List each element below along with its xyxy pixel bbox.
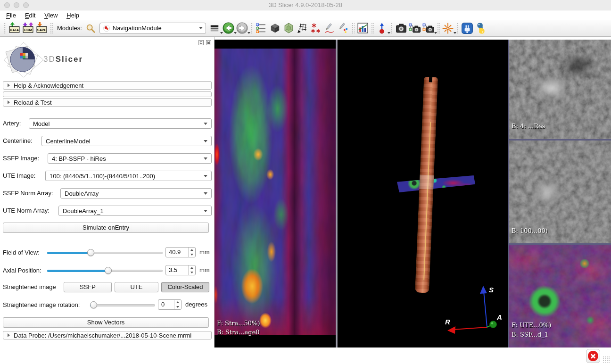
ute-norm-array-combobox[interactable]: DoubleArray_1 (58, 206, 212, 216)
data-probe-label: Data Probe: /Users/michaelschumaker/...2… (14, 332, 191, 339)
markups-icon[interactable] (310, 22, 322, 34)
help-acknowledgement-collapsible[interactable]: Help & Acknowledgement (3, 81, 212, 90)
ssfp-norm-array-combobox[interactable]: DoubleArray (60, 188, 212, 199)
transforms-icon[interactable] (296, 22, 309, 34)
slicer-logo: 3DSlicer (2, 41, 96, 78)
slider-handle[interactable] (87, 249, 94, 256)
chevron-down-icon (204, 140, 207, 142)
crosshair-icon[interactable] (442, 22, 454, 34)
help-acknowledgement-label: Help & Acknowledgement (14, 82, 83, 89)
toolbar-grip[interactable] (3, 23, 6, 34)
window-title: 3D Slicer 4.9.0-2018-05-28 (0, 1, 611, 8)
navigation-module-icon (103, 25, 110, 32)
ute-button[interactable]: UTE (115, 282, 158, 292)
window-resize-grip[interactable] (603, 356, 610, 363)
scene-view-capture-icon[interactable] (409, 22, 421, 34)
axial-position-spinbox[interactable]: 3.5 (165, 265, 196, 275)
slider-handle[interactable] (90, 301, 97, 308)
toolbar-grip[interactable] (456, 23, 459, 34)
menu-file[interactable]: File (4, 11, 18, 19)
foreground-layer-label: F: Stra...50%) (217, 320, 260, 327)
module-history-icon[interactable] (208, 22, 221, 34)
screenshot-icon[interactable] (395, 22, 408, 34)
field-of-view-spinbox[interactable]: 40.9 (165, 247, 196, 257)
ssfp-button[interactable]: SSFP (64, 282, 112, 292)
spin-up-button[interactable] (174, 300, 181, 305)
module-forward-icon[interactable] (236, 22, 248, 34)
modules-label: Modules: (57, 25, 82, 32)
spin-down-button[interactable] (189, 270, 195, 275)
toolbar-grip[interactable] (50, 23, 53, 34)
ssfp-image-combobox[interactable]: 4: BP-SSFP - hiRes (48, 153, 212, 164)
show-vectors-button[interactable]: Show Vectors (3, 317, 209, 328)
axial-position-unit: mm (199, 265, 210, 275)
field-of-view-unit: mm (199, 247, 210, 257)
menu-help[interactable]: Help (64, 11, 82, 19)
menu-view[interactable]: View (42, 11, 60, 19)
toolbar-grip[interactable] (390, 23, 393, 34)
ute-image-combobox[interactable]: 100: (8440/5/1..100)-(8440/5/101..200) (45, 171, 212, 181)
toolbar-grip[interactable] (352, 23, 355, 34)
toolbar-grip[interactable] (250, 23, 253, 34)
artery-combobox[interactable]: Model (29, 118, 212, 129)
ssfp-norm-array-row: SSFP Norm Array: DoubleArray (3, 188, 212, 199)
spin-down-button[interactable] (174, 305, 181, 309)
module-back-icon[interactable] (222, 22, 235, 34)
volumes-icon[interactable] (269, 22, 281, 34)
menu-bar: File Edit View Help (0, 10, 611, 20)
straightened-image-label: Straightened image (3, 282, 56, 292)
slicer-window: 3D Slicer 4.9.0-2018-05-28 File Edit Vie… (0, 0, 611, 364)
ute-image-label: UTE Image: (3, 171, 35, 181)
side-slice-view-yellow[interactable]: B: 100...00) (509, 141, 611, 243)
spin-up-button[interactable] (189, 265, 195, 270)
undock-icon (200, 41, 202, 44)
models-icon[interactable] (282, 22, 295, 34)
side-slice-view-green[interactable]: F: UTE...0%) B: SSF...d_1 (509, 245, 611, 347)
load-data-icon[interactable]: DATA (8, 22, 21, 34)
panel-close-button[interactable] (206, 40, 211, 45)
toolbar-grip[interactable] (371, 23, 374, 34)
straightened-rotation-slider[interactable] (90, 300, 155, 310)
chevron-down-icon (204, 175, 207, 177)
panel-undock-button[interactable] (198, 40, 204, 45)
dicom-icon[interactable]: DCM (22, 22, 34, 34)
module-selector-combobox[interactable]: NavigationModule (99, 23, 206, 34)
toolbar-grip[interactable] (437, 23, 440, 34)
annotations-pencil-icon[interactable] (323, 22, 336, 34)
extensions-icon[interactable] (461, 22, 474, 34)
svg-text:SAVE: SAVE (37, 28, 46, 32)
side-middle-label: B: 100...00) (512, 227, 548, 234)
charts-icon[interactable] (356, 22, 369, 34)
straightened-slice-view[interactable]: F: Stra...50%) B: Stra...age0 (215, 40, 336, 347)
menu-edit[interactable]: Edit (23, 11, 38, 19)
spin-up-button[interactable] (189, 248, 195, 252)
field-of-view-slider[interactable] (47, 248, 163, 257)
threed-view[interactable]: S R A (338, 40, 508, 347)
axial-position-slider[interactable] (47, 266, 163, 275)
module-search-icon[interactable] (84, 22, 97, 34)
scene-view-restore-icon[interactable] (422, 22, 435, 34)
chevron-down-icon (454, 32, 456, 34)
place-fiducial-icon[interactable] (376, 22, 388, 34)
annotations-color-icon[interactable] (337, 22, 350, 34)
straightened-rotation-spinbox[interactable]: 0 (158, 299, 182, 310)
status-bar (0, 347, 611, 364)
simulate-onentry-button[interactable]: Simulate onEntry (3, 223, 209, 233)
slider-handle[interactable] (105, 267, 112, 274)
straightened-heatmap-image (215, 49, 336, 335)
color-scaled-button[interactable]: Color-Scaled (161, 282, 209, 292)
spin-down-button[interactable] (189, 252, 195, 257)
error-log-button[interactable] (586, 349, 600, 363)
save-icon[interactable]: SAVE (35, 22, 48, 34)
centerline-label: Centerline: (3, 136, 33, 146)
centerline-combobox[interactable]: CenterlineModel (41, 136, 212, 146)
field-of-view-row: Field of View: 40.9 mm (3, 247, 212, 258)
data-probe-collapsible[interactable]: Data Probe: /Users/michaelschumaker/...2… (3, 331, 212, 339)
axial-position-row: Axial Position: 3.5 mm (3, 265, 212, 276)
reload-test-collapsible[interactable]: Reload & Test (3, 98, 212, 107)
layout-icon[interactable] (255, 22, 268, 34)
side-slice-view-red[interactable]: B: 4: ...Res (509, 40, 611, 139)
ssfp-norm-array-label: SSFP Norm Array: (3, 188, 53, 199)
straightened-rotation-row: Straightened image rotation: 0 degrees (3, 299, 212, 311)
python-console-icon[interactable] (475, 22, 487, 34)
